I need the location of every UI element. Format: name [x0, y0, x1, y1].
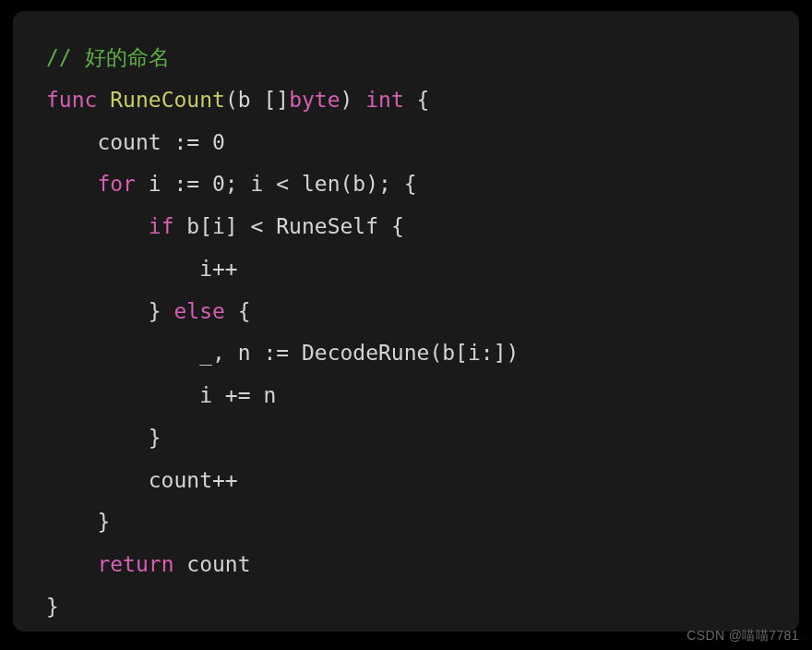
code-line: } — [46, 510, 110, 534]
code-content: // 好的命名 func RuneCount(b []byte) int { c… — [46, 37, 766, 629]
code-line: _, n := DecodeRune(b[i:]) — [46, 341, 519, 365]
keyword-return: return — [97, 552, 173, 576]
code-line: } — [46, 426, 161, 450]
keyword-else: else — [173, 299, 224, 323]
type-int: int — [365, 88, 404, 112]
code-line: } — [46, 595, 59, 619]
code-line: i += n — [46, 383, 276, 407]
keyword-for: for — [97, 172, 136, 196]
keyword-if: if — [149, 214, 174, 238]
code-comment: // 好的命名 — [46, 45, 170, 69]
code-line: count := 0 — [46, 130, 225, 154]
code-line: i++ — [46, 257, 238, 281]
code-block: // 好的命名 func RuneCount(b []byte) int { c… — [13, 11, 799, 632]
watermark-text: CSDN @喵喵7781 — [687, 628, 799, 644]
type-byte: byte — [289, 88, 340, 112]
keyword-func: func — [46, 88, 97, 112]
function-name: RuneCount — [110, 88, 225, 112]
code-line: count++ — [46, 468, 238, 492]
